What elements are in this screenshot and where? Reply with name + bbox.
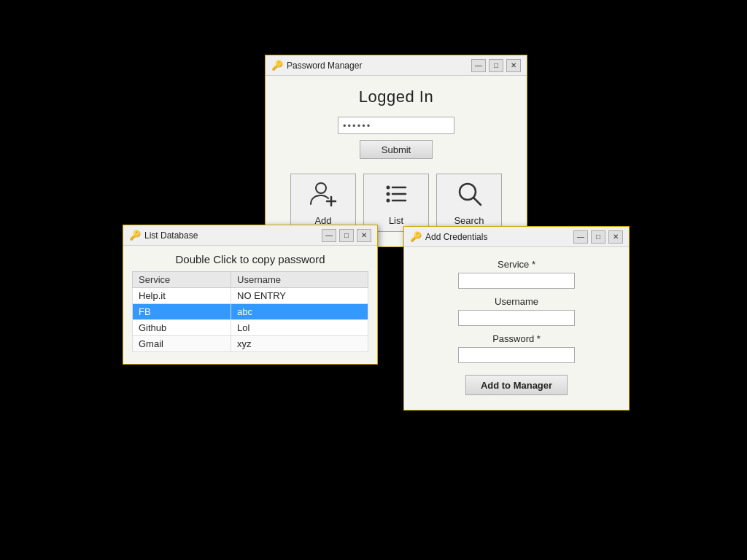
list-maximize-btn[interactable]: □	[339, 229, 354, 242]
password-input[interactable]	[458, 347, 575, 363]
username-column-header: Username	[231, 272, 368, 288]
username-cell: xyz	[231, 336, 368, 352]
main-window-controls: — □ ✕	[471, 59, 521, 72]
main-title-text: Password Manager	[287, 61, 471, 71]
add-window-controls: — □ ✕	[573, 230, 623, 244]
table-row[interactable]: FBabc	[133, 304, 368, 320]
password-label: Password *	[492, 333, 541, 344]
add-title-bar: 🔑 Add Credentials — □ ✕	[404, 227, 629, 247]
search-icon	[455, 179, 483, 211]
service-cell: Gmail	[133, 336, 231, 352]
add-window-body: Service * Username Password * Add to Man…	[404, 247, 629, 410]
svg-point-5	[387, 192, 390, 196]
service-label: Service *	[498, 259, 535, 270]
username-cell: Lol	[231, 320, 368, 336]
table-row[interactable]: Gmailxyz	[133, 336, 368, 352]
svg-line-10	[473, 198, 481, 205]
main-close-btn[interactable]: ✕	[506, 59, 521, 72]
list-window-controls: — □ ✕	[322, 229, 371, 242]
svg-point-0	[316, 183, 326, 193]
list-minimize-btn[interactable]: —	[322, 229, 336, 242]
table-row[interactable]: Help.itNO ENTRY	[133, 288, 368, 304]
service-cell: Github	[133, 320, 231, 336]
add-maximize-btn[interactable]: □	[591, 230, 605, 244]
list-title-text: List Database	[144, 230, 322, 241]
master-password-input[interactable]	[338, 117, 454, 134]
add-to-manager-button[interactable]: Add to Manager	[465, 375, 568, 395]
main-title-icon: 🔑	[271, 60, 283, 71]
svg-point-7	[387, 199, 390, 203]
person-add-icon	[309, 179, 337, 211]
username-input[interactable]	[458, 310, 575, 326]
username-cell: abc	[231, 304, 368, 320]
username-cell: NO ENTRY	[231, 288, 368, 304]
service-column-header: Service	[133, 272, 231, 288]
credentials-table: Service Username Help.itNO ENTRYFBabcGit…	[132, 271, 368, 352]
table-header-row: Service Username	[133, 272, 368, 288]
submit-button[interactable]: Submit	[360, 140, 433, 159]
search-button[interactable]: Search	[436, 174, 502, 232]
main-window-body: Logged In Submit Add	[266, 76, 527, 246]
list-window: 🔑 List Database — □ ✕ Double Click to co…	[123, 225, 378, 365]
main-title-bar: 🔑 Password Manager — □ ✕	[266, 55, 527, 76]
list-title-bar: 🔑 List Database — □ ✕	[123, 225, 377, 246]
list-button[interactable]: List	[363, 174, 429, 232]
service-input[interactable]	[458, 273, 575, 289]
list-icon	[382, 179, 410, 211]
list-button-label: List	[389, 215, 403, 226]
add-title-icon: 🔑	[410, 231, 422, 242]
main-window: 🔑 Password Manager — □ ✕ Logged In Submi…	[265, 55, 527, 247]
table-row[interactable]: GithubLol	[133, 320, 368, 336]
main-minimize-btn[interactable]: —	[471, 59, 486, 72]
list-title-icon: 🔑	[129, 230, 141, 241]
list-close-btn[interactable]: ✕	[357, 229, 371, 242]
username-label: Username	[495, 296, 538, 307]
svg-point-3	[387, 186, 390, 190]
add-close-btn[interactable]: ✕	[608, 230, 623, 244]
add-title-text: Add Credentials	[425, 232, 573, 242]
add-button[interactable]: Add	[290, 174, 356, 232]
logged-in-label: Logged In	[359, 88, 433, 106]
add-minimize-btn[interactable]: —	[573, 230, 588, 244]
service-cell: FB	[133, 304, 231, 320]
search-button-label: Search	[454, 215, 484, 226]
main-maximize-btn[interactable]: □	[489, 59, 503, 72]
list-instruction: Double Click to copy password	[132, 253, 368, 265]
action-buttons-row: Add List	[290, 174, 502, 232]
service-cell: Help.it	[133, 288, 231, 304]
list-window-body: Double Click to copy password Service Us…	[123, 246, 377, 364]
add-credentials-window: 🔑 Add Credentials — □ ✕ Service * Userna…	[403, 226, 630, 411]
